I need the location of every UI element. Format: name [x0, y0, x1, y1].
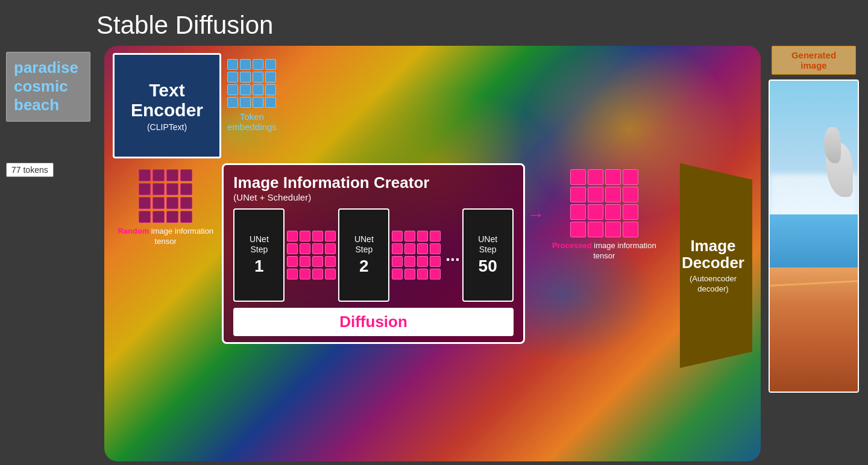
text-encoder-box: TextEncoder (CLIPText) [113, 53, 221, 158]
random-tensor-grid [139, 169, 192, 223]
unet-steps-row: UNetStep 1 [233, 208, 513, 302]
unet-step-1: UNetStep 1 [233, 208, 285, 302]
left-sidebar: paradise cosmic beach 77 tokens [6, 46, 99, 177]
between-grid-1 [287, 231, 336, 279]
unet-step-2: UNetStep 2 [338, 208, 389, 302]
processed-highlight: Processed [552, 241, 592, 250]
random-tensor-area: Random image information tensor [113, 169, 218, 247]
generated-image [769, 80, 859, 393]
between-grid-2 [392, 231, 441, 279]
unet-step-50: UNetStep 50 [462, 208, 514, 302]
token-badge: 77 tokens [6, 163, 54, 177]
random-highlight: Random [118, 226, 149, 236]
processed-arrow: → [527, 207, 544, 223]
page-title: Stable Diffusion [0, 0, 868, 46]
diagram-container: TextEncoder (CLIPText) Tokenembeddings [104, 46, 761, 461]
token-embeddings-grid [227, 59, 276, 108]
unet-step-2-label: UNetStep [354, 234, 374, 255]
text-encoder-area: TextEncoder (CLIPText) Tokenembeddings [113, 53, 752, 158]
right-panel: Generated image [766, 46, 862, 393]
iic-box: Image Information Creator (UNet + Schedu… [222, 163, 524, 344]
token-embeddings-area: Tokenembeddings [227, 53, 277, 132]
unet-step-50-label: UNetStep [478, 234, 497, 255]
random-tensor-label: Random image information tensor [113, 226, 218, 247]
mid-tensor-grid-2 [392, 231, 441, 279]
token-embeddings-label: Tokenembeddings [227, 111, 277, 132]
image-decoder-container: ImageDecoder (Autoencoderdecoder) [662, 163, 752, 368]
processed-tensor-area: Processed image information tensor [549, 169, 659, 261]
image-decoder-subtitle: (Autoencoderdecoder) [690, 274, 737, 295]
unet-step-50-num: 50 [479, 257, 497, 276]
mid-tensor-grid-1 [287, 231, 336, 279]
processed-tensor-grid [570, 169, 638, 237]
unet-step-1-num: 1 [254, 257, 264, 276]
diagram-inner: TextEncoder (CLIPText) Tokenembeddings [104, 46, 761, 461]
iic-subtitle: (UNet + Scheduler) [233, 192, 513, 202]
prompt-text[interactable]: paradise cosmic beach [6, 52, 90, 122]
iic-title: Image Information Creator [233, 173, 513, 192]
diffusion-label: Diffusion [339, 313, 407, 331]
image-decoder-title: ImageDecoder [682, 237, 744, 272]
text-encoder-title: TextEncoder [131, 80, 203, 120]
unet-step-1-label: UNetStep [250, 234, 269, 255]
processed-tensor-label: Processed image information tensor [549, 241, 659, 261]
diffusion-bar: Diffusion [233, 308, 513, 336]
image-decoder-shape: ImageDecoder (Autoencoderdecoder) [662, 163, 752, 368]
dots-separator: ... [443, 246, 462, 265]
text-encoder-subtitle: (CLIPText) [147, 122, 187, 132]
generated-image-label: Generated image [772, 46, 856, 75]
unet-step-2-num: 2 [359, 257, 369, 276]
